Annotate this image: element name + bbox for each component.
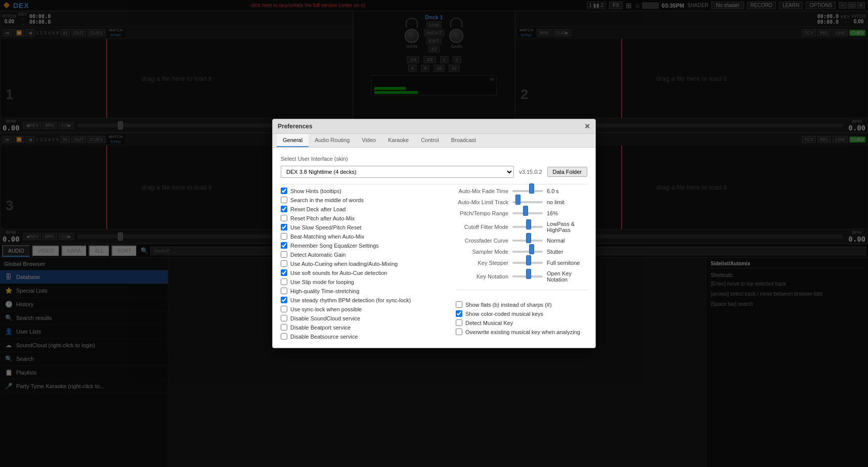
cb-slip-mode: Use Slip mode for looping (281, 278, 444, 285)
cb-hq-stretch: High-quality Time-stretching (281, 288, 444, 294)
cb-reset-deck-label: Reset Deck after Load (290, 206, 345, 212)
tab-audio-routing[interactable]: Audio Routing (309, 134, 356, 147)
cb-show-hints-label: Show Hints (tooltips) (290, 188, 341, 194)
tab-karaoke[interactable]: Karaoke (382, 134, 415, 147)
slider-key-stepper-thumb[interactable] (526, 255, 531, 265)
cb-beat-matching-input[interactable] (281, 233, 287, 240)
cb-disable-bs-label: Disable Beatsource service (290, 334, 358, 340)
cb-soft-sounds: Use soft sounds for Auto-Cue detection (281, 269, 444, 276)
cb-slow-speed-label: Use Slow Speed/Pitch Reset (290, 224, 362, 230)
slider-crossfader-thumb[interactable] (526, 233, 531, 243)
slider-pitch-range: Pitch/Tempo Range 16% (456, 210, 587, 217)
slider-sampler-label: Sampler Mode (456, 249, 508, 255)
cb-hq-stretch-input[interactable] (281, 288, 287, 294)
tab-broadcast[interactable]: Broadcast (445, 134, 483, 147)
cb-detect-musical: Detect Musical Key (456, 319, 587, 326)
slider-automix-fade-value: 6.0 s (547, 188, 587, 194)
cb-color-keys-input[interactable] (456, 310, 462, 317)
slider-crossfader-value: Normal (547, 238, 587, 244)
slider-pitch-range-thumb[interactable] (523, 206, 528, 216)
modal-overlay: Preferences ✕ General Audio Routing Vide… (0, 0, 868, 467)
cb-auto-cue: Use Auto-Cueing when loading/Auto-Mixing (281, 260, 444, 267)
cb-auto-cue-input[interactable] (281, 260, 287, 267)
cb-disable-sc: Disable SoundCloud service (281, 315, 444, 321)
slider-automix-fade-thumb[interactable] (529, 183, 534, 194)
cb-reset-deck: Reset Deck after Load (281, 206, 444, 212)
slider-key-notation-label: Key Notation (456, 273, 508, 279)
cb-search-middle: Search in the middle of words (281, 197, 444, 203)
slider-sampler-thumb[interactable] (529, 244, 534, 254)
cb-color-keys-label: Show color-coded musical keys (465, 311, 543, 317)
cb-reset-pitch-label: Reset Pitch after Auto-Mix (290, 215, 355, 221)
slider-crossfader-track[interactable] (512, 237, 543, 244)
slider-key-stepper-track[interactable] (512, 259, 543, 266)
cb-remember-eq-label: Remember Song Equalizer Settings (290, 243, 379, 249)
cb-disable-sc-input[interactable] (281, 315, 287, 321)
slider-pitch-range-label: Pitch/Tempo Range (456, 210, 508, 216)
cb-soft-sounds-label: Use soft sounds for Auto-Cue detection (290, 270, 387, 276)
cb-steady-bpm-input[interactable] (281, 297, 287, 303)
slider-cutoff-label: Cutoff Filter Mode (456, 224, 508, 230)
cb-auto-cue-label: Use Auto-Cueing when loading/Auto-Mixing (290, 261, 398, 267)
cb-show-flats-input[interactable] (456, 301, 462, 308)
modal-tabs: General Audio Routing Video Karaoke Cont… (273, 134, 595, 148)
slider-automix-fade-track[interactable] (512, 188, 543, 195)
slider-automix-limit-track[interactable] (512, 199, 543, 206)
cb-beat-matching: Beat-Matching when Auto-Mix (281, 233, 444, 240)
slider-key-stepper: Key Stepper Full semitone (456, 259, 587, 266)
modal-body: Select User Interface (skin) DEX 3.8 Nig… (273, 148, 595, 348)
tab-control[interactable]: Control (415, 134, 445, 147)
cb-detect-musical-input[interactable] (456, 319, 462, 326)
cb-slow-speed-input[interactable] (281, 224, 287, 230)
slider-pitch-range-value: 16% (547, 210, 587, 216)
preferences-modal: Preferences ✕ General Audio Routing Vide… (272, 119, 596, 348)
version-label: v3.15.0.2 (519, 169, 542, 175)
slider-pitch-range-track[interactable] (512, 210, 543, 217)
modal-title: Preferences (278, 123, 313, 130)
cb-slip-mode-input[interactable] (281, 278, 287, 285)
slider-key-stepper-label: Key Stepper (456, 260, 508, 266)
slider-sampler: Sampler Mode Stutter (456, 248, 587, 255)
cb-search-middle-input[interactable] (281, 197, 287, 203)
cb-disable-sc-label: Disable SoundCloud service (290, 315, 360, 321)
cb-disable-bp: Disable Beatport service (281, 324, 444, 331)
cb-show-flats: Show flats (b) instead of sharps (#) (456, 301, 587, 308)
slider-cutoff-thumb[interactable] (526, 219, 531, 229)
skin-row: DEX 3.8 Nighttime (4 decks) v3.15.0.2 Da… (281, 166, 587, 178)
data-folder-button[interactable]: Data Folder (547, 167, 587, 177)
tab-video[interactable]: Video (356, 134, 382, 147)
cb-detect-gain-input[interactable] (281, 251, 287, 258)
cb-disable-bs: Disable Beatsource service (281, 333, 444, 340)
pref-columns: Show Hints (tooltips) Search in the midd… (281, 188, 587, 340)
pref-left-col: Show Hints (tooltips) Search in the midd… (281, 188, 444, 340)
cb-disable-bs-input[interactable] (281, 333, 287, 340)
cb-reset-deck-input[interactable] (281, 206, 287, 212)
slider-key-stepper-value: Full semitone (547, 260, 587, 266)
cb-remember-eq-input[interactable] (281, 242, 287, 249)
pref-section-title: Select User Interface (skin) (281, 156, 587, 162)
skin-select[interactable]: DEX 3.8 Nighttime (4 decks) (281, 166, 514, 178)
cb-overwrite-key-input[interactable] (456, 329, 462, 335)
cb-steady-bpm: Use steady rhythm BPM detection (for syn… (281, 297, 444, 303)
pref-right-col: Auto-Mix Fade Time 6.0 s Auto-Mix Limit … (456, 188, 587, 340)
cb-disable-bp-input[interactable] (281, 324, 287, 331)
tab-general[interactable]: General (277, 134, 309, 147)
cb-sync-lock-input[interactable] (281, 306, 287, 312)
slider-key-notation-thumb[interactable] (526, 269, 531, 279)
cb-show-hints-input[interactable] (281, 188, 287, 194)
cb-detect-musical-label: Detect Musical Key (465, 320, 513, 326)
cb-reset-pitch: Reset Pitch after Auto-Mix (281, 215, 444, 221)
cb-detect-gain: Detect Automatic Gain (281, 251, 444, 258)
cb-reset-pitch-input[interactable] (281, 215, 287, 221)
slider-key-notation-track[interactable] (512, 273, 543, 280)
cb-overwrite-key-label: Overwrite existing musical key when anal… (465, 329, 580, 335)
slider-cutoff-track[interactable] (512, 223, 543, 230)
slider-automix-limit-thumb[interactable] (515, 195, 520, 205)
slider-sampler-track[interactable] (512, 248, 543, 255)
cb-soft-sounds-input[interactable] (281, 269, 287, 276)
modal-close-button[interactable]: ✕ (584, 122, 590, 130)
slider-automix-fade-label: Auto-Mix Fade Time (456, 188, 508, 194)
cb-color-keys: Show color-coded musical keys (456, 310, 587, 317)
cb-slow-speed: Use Slow Speed/Pitch Reset (281, 224, 444, 230)
cb-hq-stretch-label: High-quality Time-stretching (290, 288, 359, 294)
